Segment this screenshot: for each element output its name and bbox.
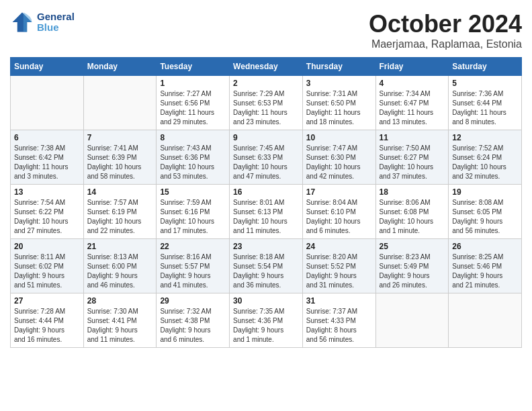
day-content: Sunrise: 7:32 AM Sunset: 4:38 PM Dayligh… <box>160 307 226 345</box>
day-number: 18 <box>380 187 445 197</box>
logo-icon <box>10 10 34 34</box>
calendar-week-5: 27Sunrise: 7:28 AM Sunset: 4:44 PM Dayli… <box>11 293 522 348</box>
calendar-day-25: 25Sunrise: 8:23 AM Sunset: 5:49 PM Dayli… <box>375 239 449 293</box>
day-content: Sunrise: 7:28 AM Sunset: 4:44 PM Dayligh… <box>14 307 80 345</box>
calendar-day-14: 14Sunrise: 7:57 AM Sunset: 6:19 PM Dayli… <box>83 185 157 239</box>
calendar-day-7: 7Sunrise: 7:41 AM Sunset: 6:39 PM Daylig… <box>83 130 157 185</box>
calendar-day-13: 13Sunrise: 7:54 AM Sunset: 6:22 PM Dayli… <box>11 185 84 239</box>
day-content: Sunrise: 7:50 AM Sunset: 6:27 PM Dayligh… <box>380 144 445 181</box>
day-content: Sunrise: 7:57 AM Sunset: 6:19 PM Dayligh… <box>87 198 153 236</box>
day-number: 11 <box>380 133 445 142</box>
day-content: Sunrise: 8:25 AM Sunset: 5:46 PM Dayligh… <box>452 253 518 290</box>
calendar-day-8: 8Sunrise: 7:43 AM Sunset: 6:36 PM Daylig… <box>157 130 230 185</box>
location-subtitle: Maerjamaa, Raplamaa, Estonia <box>369 38 522 50</box>
weekday-header-tuesday: Tuesday <box>157 58 230 76</box>
calendar-day-24: 24Sunrise: 8:20 AM Sunset: 5:52 PM Dayli… <box>302 239 375 293</box>
day-content: Sunrise: 8:08 AM Sunset: 6:05 PM Dayligh… <box>452 198 518 236</box>
day-content: Sunrise: 7:27 AM Sunset: 6:56 PM Dayligh… <box>160 89 226 127</box>
calendar-day-1: 1Sunrise: 7:27 AM Sunset: 6:56 PM Daylig… <box>157 76 230 130</box>
day-content: Sunrise: 7:38 AM Sunset: 6:42 PM Dayligh… <box>14 144 80 181</box>
day-number: 19 <box>452 187 518 197</box>
calendar-day-27: 27Sunrise: 7:28 AM Sunset: 4:44 PM Dayli… <box>11 293 84 348</box>
day-number: 29 <box>160 296 226 306</box>
day-content: Sunrise: 8:11 AM Sunset: 6:02 PM Dayligh… <box>14 253 80 290</box>
calendar-day-2: 2Sunrise: 7:29 AM Sunset: 6:53 PM Daylig… <box>230 76 303 130</box>
calendar-day-3: 3Sunrise: 7:31 AM Sunset: 6:50 PM Daylig… <box>302 76 375 130</box>
calendar-day-5: 5Sunrise: 7:36 AM Sunset: 6:44 PM Daylig… <box>449 76 522 130</box>
day-number: 17 <box>306 187 372 197</box>
calendar-table: SundayMondayTuesdayWednesdayThursdayFrid… <box>10 57 522 348</box>
weekday-header-thursday: Thursday <box>302 58 375 76</box>
day-number: 24 <box>306 242 372 251</box>
day-number: 26 <box>452 242 518 251</box>
calendar-day-10: 10Sunrise: 7:47 AM Sunset: 6:30 PM Dayli… <box>302 130 375 185</box>
day-content: Sunrise: 7:45 AM Sunset: 6:33 PM Dayligh… <box>233 144 299 181</box>
calendar-day-29: 29Sunrise: 7:32 AM Sunset: 4:38 PM Dayli… <box>157 293 230 348</box>
day-number: 2 <box>233 79 299 88</box>
calendar-day-4: 4Sunrise: 7:34 AM Sunset: 6:47 PM Daylig… <box>375 76 449 130</box>
weekday-header-row: SundayMondayTuesdayWednesdayThursdayFrid… <box>11 58 522 76</box>
day-number: 5 <box>452 79 518 88</box>
calendar-week-1: 1Sunrise: 7:27 AM Sunset: 6:56 PM Daylig… <box>11 76 522 130</box>
calendar-week-2: 6Sunrise: 7:38 AM Sunset: 6:42 PM Daylig… <box>11 130 522 185</box>
day-number: 23 <box>233 242 299 251</box>
day-content: Sunrise: 8:16 AM Sunset: 5:57 PM Dayligh… <box>160 253 226 290</box>
empty-cell <box>375 293 449 348</box>
day-content: Sunrise: 8:06 AM Sunset: 6:08 PM Dayligh… <box>380 198 445 236</box>
day-content: Sunrise: 7:29 AM Sunset: 6:53 PM Dayligh… <box>233 89 299 127</box>
empty-cell <box>11 76 84 130</box>
title-block: October 2024 Maerjamaa, Raplamaa, Estoni… <box>369 10 522 50</box>
logo-text: General Blue <box>37 11 75 34</box>
day-number: 25 <box>380 242 445 251</box>
calendar-day-20: 20Sunrise: 8:11 AM Sunset: 6:02 PM Dayli… <box>11 239 84 293</box>
day-number: 27 <box>14 296 80 306</box>
calendar-day-28: 28Sunrise: 7:30 AM Sunset: 4:41 PM Dayli… <box>83 293 157 348</box>
day-number: 12 <box>452 133 518 142</box>
day-number: 20 <box>14 242 80 251</box>
day-number: 15 <box>160 187 226 197</box>
calendar-day-21: 21Sunrise: 8:13 AM Sunset: 6:00 PM Dayli… <box>83 239 157 293</box>
empty-cell <box>83 76 157 130</box>
empty-cell <box>449 293 522 348</box>
day-number: 7 <box>87 133 153 142</box>
calendar-day-31: 31Sunrise: 7:37 AM Sunset: 4:33 PM Dayli… <box>302 293 375 348</box>
day-content: Sunrise: 7:37 AM Sunset: 4:33 PM Dayligh… <box>306 307 372 345</box>
logo: General Blue <box>10 10 75 34</box>
calendar-day-17: 17Sunrise: 8:04 AM Sunset: 6:10 PM Dayli… <box>302 185 375 239</box>
weekday-header-monday: Monday <box>83 58 157 76</box>
calendar-day-18: 18Sunrise: 8:06 AM Sunset: 6:08 PM Dayli… <box>375 185 449 239</box>
day-content: Sunrise: 7:52 AM Sunset: 6:24 PM Dayligh… <box>452 144 518 181</box>
day-content: Sunrise: 8:04 AM Sunset: 6:10 PM Dayligh… <box>306 198 372 236</box>
day-number: 21 <box>87 242 153 251</box>
day-content: Sunrise: 8:01 AM Sunset: 6:13 PM Dayligh… <box>233 198 299 236</box>
calendar-day-23: 23Sunrise: 8:18 AM Sunset: 5:54 PM Dayli… <box>230 239 303 293</box>
calendar-day-11: 11Sunrise: 7:50 AM Sunset: 6:27 PM Dayli… <box>375 130 449 185</box>
month-title: October 2024 <box>369 10 522 38</box>
calendar-day-12: 12Sunrise: 7:52 AM Sunset: 6:24 PM Dayli… <box>449 130 522 185</box>
day-content: Sunrise: 7:41 AM Sunset: 6:39 PM Dayligh… <box>87 144 153 181</box>
day-number: 1 <box>160 79 226 88</box>
day-content: Sunrise: 8:18 AM Sunset: 5:54 PM Dayligh… <box>233 253 299 290</box>
day-content: Sunrise: 8:23 AM Sunset: 5:49 PM Dayligh… <box>380 253 445 290</box>
page-header: General Blue October 2024 Maerjamaa, Rap… <box>10 10 522 50</box>
calendar-week-4: 20Sunrise: 8:11 AM Sunset: 6:02 PM Dayli… <box>11 239 522 293</box>
weekday-header-sunday: Sunday <box>11 58 84 76</box>
day-number: 31 <box>306 296 372 306</box>
weekday-header-wednesday: Wednesday <box>230 58 303 76</box>
day-number: 6 <box>14 133 80 142</box>
calendar-day-30: 30Sunrise: 7:35 AM Sunset: 4:36 PM Dayli… <box>230 293 303 348</box>
calendar-day-22: 22Sunrise: 8:16 AM Sunset: 5:57 PM Dayli… <box>157 239 230 293</box>
calendar-day-16: 16Sunrise: 8:01 AM Sunset: 6:13 PM Dayli… <box>230 185 303 239</box>
calendar-day-9: 9Sunrise: 7:45 AM Sunset: 6:33 PM Daylig… <box>230 130 303 185</box>
day-content: Sunrise: 7:34 AM Sunset: 6:47 PM Dayligh… <box>380 89 445 127</box>
day-number: 8 <box>160 133 226 142</box>
calendar-week-3: 13Sunrise: 7:54 AM Sunset: 6:22 PM Dayli… <box>11 185 522 239</box>
day-number: 3 <box>306 79 372 88</box>
day-number: 22 <box>160 242 226 251</box>
day-number: 13 <box>14 187 80 197</box>
day-number: 4 <box>380 79 445 88</box>
day-content: Sunrise: 7:35 AM Sunset: 4:36 PM Dayligh… <box>233 307 299 345</box>
day-number: 10 <box>306 133 372 142</box>
calendar-day-26: 26Sunrise: 8:25 AM Sunset: 5:46 PM Dayli… <box>449 239 522 293</box>
day-content: Sunrise: 7:59 AM Sunset: 6:16 PM Dayligh… <box>160 198 226 236</box>
